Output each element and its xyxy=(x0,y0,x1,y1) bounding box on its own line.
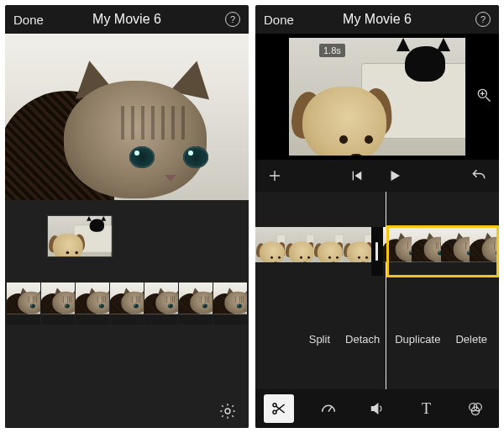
timeline-editor[interactable]: Split Detach Duplicate Delete xyxy=(255,192,499,389)
undo-icon xyxy=(470,167,487,184)
svg-line-14 xyxy=(328,407,332,412)
clip-frame xyxy=(255,227,285,276)
split-action[interactable]: Split xyxy=(309,333,330,346)
media-browser xyxy=(5,200,249,428)
clip-frame xyxy=(412,227,441,276)
project-title: My Movie 6 xyxy=(343,12,412,27)
clip-frame xyxy=(343,227,372,276)
detach-action[interactable]: Detach xyxy=(345,333,380,346)
project-settings-button[interactable] xyxy=(218,402,237,420)
done-button[interactable]: Done xyxy=(264,13,302,27)
svg-point-10 xyxy=(273,404,276,407)
clip-frame xyxy=(285,227,314,276)
screen-right-clip-editor: Done My Movie 6 ? 1.8s xyxy=(255,5,499,428)
timeline-frame xyxy=(76,283,109,325)
undo-button[interactable] xyxy=(470,167,487,184)
add-media-button[interactable] xyxy=(267,168,282,183)
clip-actions-row: Split Detach Duplicate Delete xyxy=(255,333,499,346)
duplicate-action[interactable]: Duplicate xyxy=(395,333,440,346)
help-icon: ? xyxy=(225,12,240,27)
plus-icon xyxy=(267,168,282,183)
transition-marker[interactable] xyxy=(371,227,382,276)
speedometer-icon xyxy=(319,399,338,418)
clip-frame xyxy=(470,227,499,276)
svg-point-0 xyxy=(225,409,230,414)
clip-track[interactable] xyxy=(255,227,499,276)
playhead[interactable] xyxy=(386,192,386,389)
filters-icon xyxy=(466,399,485,418)
screen-left-media-picker: Done My Movie 6 ? xyxy=(5,5,249,428)
done-button[interactable]: Done xyxy=(13,13,52,27)
tool-volume[interactable] xyxy=(362,394,392,423)
media-thumb-dog-clip[interactable] xyxy=(47,215,113,257)
clip-duration-badge: 1.8s xyxy=(319,44,345,57)
shelf-spacer xyxy=(5,325,249,394)
delete-action[interactable]: Delete xyxy=(455,333,487,346)
svg-rect-7 xyxy=(353,172,354,181)
go-to-start-button[interactable] xyxy=(350,169,364,182)
svg-line-2 xyxy=(486,98,491,102)
timeline-frame xyxy=(144,283,178,325)
tool-titles[interactable]: T xyxy=(411,394,441,423)
timeline-frame xyxy=(41,283,75,325)
svg-point-11 xyxy=(273,410,276,414)
play-icon xyxy=(387,168,402,183)
preview-frame-dog xyxy=(289,38,465,156)
header: Done My Movie 6 ? xyxy=(5,5,249,34)
timeline-frame xyxy=(7,283,40,325)
tool-speed[interactable] xyxy=(312,394,343,423)
text-icon: T xyxy=(422,400,431,418)
bottom-toolbar xyxy=(5,394,249,428)
clip-frame xyxy=(313,227,343,276)
preview-frame-cat xyxy=(5,34,249,200)
header: Done My Movie 6 ? xyxy=(255,5,499,34)
timeline-frame xyxy=(110,283,144,325)
inspector-toolrow: T xyxy=(255,389,499,428)
volume-icon xyxy=(369,400,386,417)
scissors-icon xyxy=(270,400,287,417)
preview-viewer[interactable] xyxy=(5,34,249,200)
zoom-button[interactable] xyxy=(475,87,492,107)
timeline-frame xyxy=(213,283,247,325)
svg-marker-15 xyxy=(371,404,378,414)
magnify-icon xyxy=(475,87,492,103)
clip-frame xyxy=(441,227,470,276)
svg-marker-8 xyxy=(354,172,361,181)
help-button[interactable]: ? xyxy=(202,12,240,27)
timeline-frame xyxy=(179,283,213,325)
help-icon: ? xyxy=(475,12,491,27)
tool-scissors[interactable] xyxy=(264,394,294,423)
timeline-strip[interactable] xyxy=(5,283,249,325)
play-button[interactable] xyxy=(387,168,402,183)
preview-viewer[interactable]: 1.8s xyxy=(255,34,499,160)
tool-filters[interactable] xyxy=(460,394,491,423)
help-button[interactable]: ? xyxy=(452,12,491,27)
clip-frame xyxy=(383,227,412,276)
svg-marker-9 xyxy=(391,171,401,181)
skip-back-icon xyxy=(350,169,364,182)
transport-bar xyxy=(255,160,499,192)
project-title: My Movie 6 xyxy=(92,12,161,27)
gear-icon xyxy=(218,402,237,420)
